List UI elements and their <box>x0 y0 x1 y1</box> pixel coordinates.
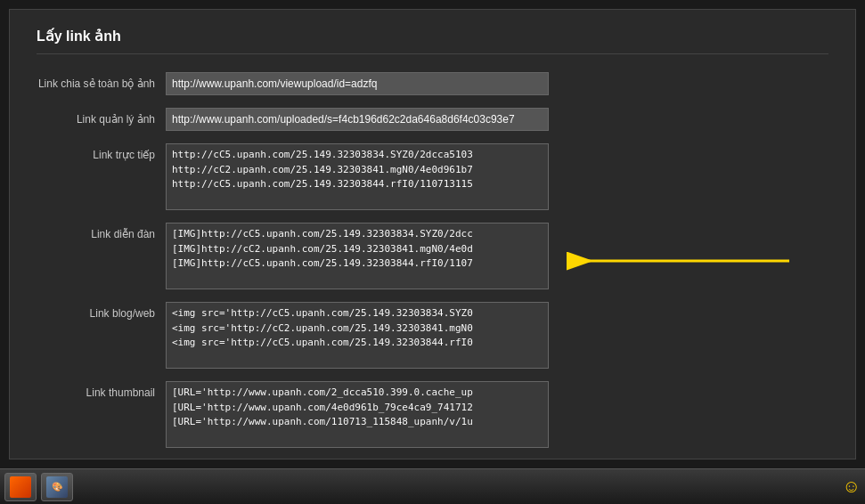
form-row-share-all: Link chia sẻ toàn bộ ảnh <box>37 72 828 95</box>
label-blog: Link blog/web <box>37 302 166 321</box>
textarea-blog[interactable]: <img src='http://cC5.upanh.com/25.149.32… <box>166 302 549 369</box>
textarea-thumbnail[interactable]: [URL='http://www.upanh.com/2_dcca510.399… <box>166 381 549 448</box>
input-share-all[interactable] <box>166 72 549 95</box>
textarea-forum[interactable]: [IMG]http://cC5.upanh.com/25.149.3230383… <box>166 223 549 289</box>
smiley-icon: ☺ <box>843 476 861 497</box>
main-panel: Lấy link ảnh Link chia sẻ toàn bộ ảnh Li… <box>9 9 856 459</box>
label-manage: Link quản lý ảnh <box>37 108 166 127</box>
taskbar-icon-2: 🎨 <box>46 476 68 498</box>
arrow-svg <box>558 245 798 277</box>
form-row-forum: Link diễn đàn [IMG]http://cC5.upanh.com/… <box>37 223 828 289</box>
label-forum: Link diễn đàn <box>37 223 166 242</box>
taskbar-right: ☺ <box>843 476 861 497</box>
taskbar-button-2[interactable]: 🎨 <box>41 473 73 501</box>
input-manage[interactable] <box>166 108 549 131</box>
textarea-direct[interactable]: http://cC5.upanh.com/25.149.32303834.SYZ… <box>166 143 549 210</box>
taskbar-icon-1 <box>10 476 31 498</box>
form-row-direct: Link trực tiếp http://cC5.upanh.com/25.1… <box>37 143 828 210</box>
taskbar: 🎨 ☺ <box>0 468 865 504</box>
form-row-blog: Link blog/web <img src='http://cC5.upanh… <box>37 302 828 369</box>
taskbar-button-1[interactable] <box>4 473 37 501</box>
label-thumbnail: Link thumbnail <box>37 381 166 401</box>
arrow-indicator <box>558 245 798 277</box>
label-share-all: Link chia sẻ toàn bộ ảnh <box>37 72 166 92</box>
form-row-manage: Link quản lý ảnh <box>37 108 828 131</box>
page-title: Lấy link ảnh <box>37 28 828 54</box>
label-direct: Link trực tiếp <box>37 143 166 163</box>
form-row-thumbnail: Link thumbnail [URL='http://www.upanh.co… <box>37 381 828 448</box>
